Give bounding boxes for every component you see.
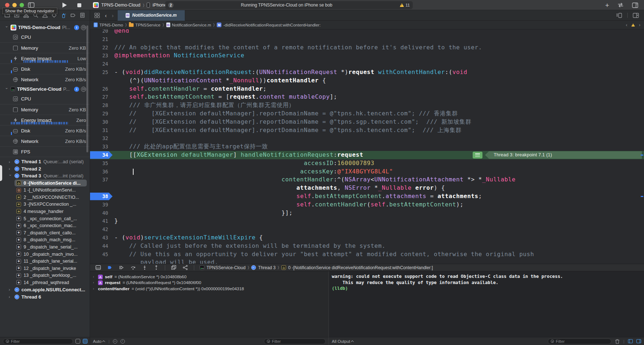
code-line[interactable]: 42 — [90, 225, 644, 234]
disclosure-open-icon[interactable]: › — [8, 174, 13, 178]
line-number[interactable]: 35 — [90, 159, 108, 168]
breakpoint-navigator-icon[interactable] — [70, 12, 76, 18]
gauge-row-energy-impact[interactable]: Energy ImpactZero — [0, 115, 90, 125]
view-hierarchy-icon[interactable] — [171, 264, 177, 271]
gauge-icon[interactable] — [81, 87, 86, 92]
line-number[interactable]: 37 — [90, 176, 108, 184]
line-number[interactable]: 22 — [90, 44, 108, 52]
code-line[interactable]: 29 // [XGExtension defaultManager].repor… — [90, 110, 644, 118]
stack-frame-row[interactable]: ✱11 _dispatch_lane_serial... — [15, 258, 87, 265]
code-line[interactable]: 22/// An object that modifies the conten… — [90, 44, 644, 52]
info-badge-icon[interactable]: i — [74, 25, 79, 30]
code-line[interactable]: 40 }]; — [90, 209, 644, 217]
variable-row[interactable]: ›Arequest= (UNNotificationRequest *) 0x1… — [90, 280, 329, 286]
code-line[interactable]: 44 // Called just before the extension w… — [90, 242, 644, 250]
step-into-icon[interactable] — [142, 264, 148, 271]
variables-scope-selector[interactable]: Auto — [93, 339, 105, 344]
thread-row[interactable]: ›Thread 6 — [0, 293, 90, 300]
code-line[interactable]: 30 // [XGExtension defaultManager].repor… — [90, 118, 644, 126]
continue-icon[interactable] — [118, 264, 125, 271]
forward-icon[interactable]: › — [112, 13, 114, 18]
run-button[interactable] — [61, 2, 68, 8]
console[interactable]: warning: could not execute support code … — [329, 271, 644, 345]
info-badge-icon[interactable]: i — [74, 87, 79, 92]
breadcrumb-label[interactable]: 0 -[NotificationService didReceiveNotifi… — [288, 265, 433, 270]
thread-row[interactable]: ›com.apple.NSURLConnect... — [0, 286, 90, 293]
line-number[interactable]: 25 — [90, 68, 108, 77]
code-line[interactable]: 39 self.contentHandler(self.bestAttemptC… — [90, 201, 644, 209]
line-number[interactable]: 34 — [90, 151, 108, 159]
code-line[interactable]: 35 accessID:1600007893 — [90, 159, 644, 168]
line-number[interactable]: 42 — [90, 225, 108, 234]
breadcrumb-item[interactable]: M-didReceiveNotificationRequest:withCont… — [217, 22, 321, 27]
gauge-row-energy-impact[interactable]: Energy ImpactLow — [0, 53, 90, 63]
thread-row[interactable]: ›Thread 1Queue:...ad (serial) — [0, 158, 90, 165]
code-line[interactable]: 31 // [XGExtension defaultManager].repor… — [90, 126, 644, 135]
line-number[interactable]: 39 — [90, 201, 108, 209]
gauge-row-disk[interactable]: DiskZero KB/s — [0, 63, 90, 74]
breakpoints-toggle-icon[interactable] — [107, 264, 113, 271]
code-line[interactable]: 41} — [90, 217, 644, 225]
code-line[interactable]: 20@end — [90, 29, 644, 35]
close-window-icon[interactable] — [5, 3, 9, 7]
stack-frame-row[interactable]: ✱7 _dispatch_client_callo... — [15, 229, 87, 237]
code-line[interactable]: 33 /// 此处的app配置信息需要与主target保持一致 — [90, 143, 644, 151]
disclosure-closed-icon[interactable]: › — [93, 275, 96, 279]
line-number[interactable]: 41 — [90, 217, 108, 225]
gauge-row-disk[interactable]: DiskZero KB/s — [0, 125, 90, 136]
swap-editors-icon[interactable] — [617, 3, 624, 8]
code-line[interactable]: 34 [[XGExtension defaultManager] handleN… — [90, 151, 644, 159]
line-number[interactable]: 21 — [90, 35, 108, 44]
breadcrumb-label[interactable]: Thread 3 — [258, 265, 276, 270]
disclosure-icon[interactable]: › — [5, 26, 9, 30]
gauge-row-network[interactable]: NetworkZero KB/s — [0, 74, 90, 85]
show-crashed-threads-icon[interactable] — [76, 339, 80, 344]
line-number[interactable]: 33 — [90, 143, 108, 151]
line-number[interactable]: 40 — [90, 209, 108, 217]
code-line[interactable]: payload will be used. — [90, 258, 644, 264]
source-editor[interactable]: 20@end2122/// An object that modifies th… — [90, 29, 644, 264]
line-number[interactable]: 26 — [90, 85, 108, 93]
stack-frame-row[interactable]: ⌂0 -[NotificationService di... — [15, 180, 87, 187]
gauge-icon[interactable] — [81, 25, 86, 30]
minimize-window-icon[interactable] — [12, 3, 17, 7]
stack-frame-row[interactable]: ✱10 _dispatch_mach_invo... — [15, 251, 87, 258]
add-editor-icon[interactable] — [633, 13, 639, 18]
navigator-filter-field[interactable]: Filter — [3, 338, 73, 344]
line-number[interactable]: 29 — [90, 110, 108, 118]
report-navigator-icon[interactable] — [80, 12, 85, 18]
process-row[interactable]: ›TPNSService-CloudP...i — [0, 85, 90, 94]
variable-row[interactable]: ›contentHandler= (void (^)(UNNotificatio… — [90, 286, 329, 292]
disclosure-closed-icon[interactable]: › — [9, 167, 12, 171]
disclosure-closed-icon[interactable]: › — [93, 281, 96, 284]
line-number[interactable]: 30 — [90, 118, 108, 126]
sidebar-drag-handle[interactable] — [0, 165, 2, 181]
remove-watch-icon[interactable] — [113, 339, 117, 344]
gauge-row-memory[interactable]: MemoryZero KB — [0, 42, 90, 53]
back-icon[interactable]: ‹ — [105, 13, 107, 18]
tab-notificationservice-m[interactable]: m NotificationService.m — [117, 10, 185, 21]
paused-thread-label[interactable]: Thread 3: breakpoint 7.1 (1) — [485, 151, 642, 159]
code-line[interactable]: 38 self.bestAttemptContent.attachments =… — [90, 192, 644, 201]
chevron-left-icon[interactable]: ‹ — [626, 22, 627, 28]
debug-navigator-icon[interactable] — [61, 12, 66, 18]
process-row[interactable]: ›TPNS-Demo-CloudPl...i — [0, 23, 90, 32]
breakpoint-actions-icon[interactable] — [473, 152, 482, 159]
breadcrumb-label[interactable]: TPNSService-Cloud — [207, 265, 245, 270]
line-number[interactable]: 23 — [90, 52, 108, 60]
quicklook-icon[interactable] — [121, 339, 125, 344]
stack-frame-row[interactable]: ✱14 _pthread_wqthread — [15, 279, 87, 286]
line-number[interactable]: 38 — [90, 192, 108, 201]
code-line[interactable]: 43- (void)serviceExtensionTimeWillExpire… — [90, 234, 644, 242]
disclosure-closed-icon[interactable]: › — [9, 160, 12, 164]
breadcrumb-item[interactable]: TPNS-Demo — [94, 22, 123, 27]
code-line[interactable]: 32 — [90, 134, 644, 143]
stack-frame-row[interactable]: ✱5 _xpc_connection_call_... — [15, 215, 87, 222]
line-number[interactable]: 43 — [90, 234, 108, 242]
step-over-icon[interactable] — [130, 264, 136, 271]
stack-frame-row[interactable]: ≡3 -[NSXPCConnection _... — [15, 201, 87, 208]
chevron-right-icon[interactable]: › — [639, 22, 640, 28]
code-line[interactable]: 37 contentHandler:^(NSArray<UNNotificati… — [90, 176, 644, 184]
trash-icon[interactable] — [615, 339, 620, 344]
stop-button[interactable] — [76, 2, 83, 8]
